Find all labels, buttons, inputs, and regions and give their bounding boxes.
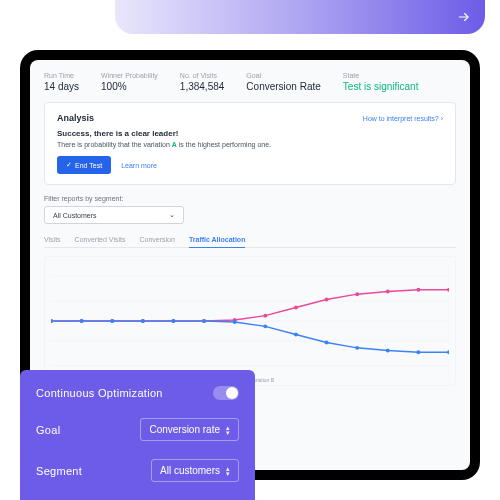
segment-value: All customers xyxy=(160,465,220,476)
svg-point-22 xyxy=(110,319,114,323)
svg-point-28 xyxy=(294,332,298,336)
optimization-toggle[interactable] xyxy=(213,386,239,400)
segment-select[interactable]: All Customers ⌄ xyxy=(44,206,184,224)
metric-goal: Goal Conversion Rate xyxy=(246,72,320,92)
goal-value: Conversion rate xyxy=(149,424,220,435)
svg-point-14 xyxy=(294,306,298,310)
segment-label: Segment xyxy=(36,465,82,477)
tab-converted[interactable]: Converted Visits xyxy=(75,236,126,243)
svg-point-25 xyxy=(202,319,206,323)
tab-traffic-allocation[interactable]: Traffic Allocation xyxy=(189,236,246,243)
svg-point-27 xyxy=(263,324,267,328)
analysis-card: Analysis How to interpret results? › Suc… xyxy=(44,102,456,185)
end-test-label: End Test xyxy=(75,162,102,169)
svg-point-15 xyxy=(325,298,329,302)
optimization-overlay: Continuous Optimization Goal Conversion … xyxy=(20,370,255,500)
tab-visits[interactable]: Visits xyxy=(44,236,61,243)
interpret-text: How to interpret results? xyxy=(363,115,439,122)
svg-point-16 xyxy=(355,292,359,296)
end-test-button[interactable]: ✓ End Test xyxy=(57,156,111,174)
svg-point-26 xyxy=(233,320,237,324)
svg-point-21 xyxy=(80,319,84,323)
desc-text: is the highest performing one. xyxy=(179,141,271,148)
svg-point-31 xyxy=(386,349,390,353)
metric-label: Winner Probability xyxy=(101,72,158,79)
chart-svg xyxy=(51,263,449,379)
svg-point-19 xyxy=(447,288,449,292)
metric-label: No. of Visits xyxy=(180,72,225,79)
metrics-row: Run Time 14 days Winner Probability 100%… xyxy=(44,72,456,92)
desc-text: There is probability that the variation xyxy=(57,141,172,148)
svg-point-29 xyxy=(325,341,329,345)
filter-label: Filter reports by segment: xyxy=(44,195,456,202)
metric-winner: Winner Probability 100% xyxy=(101,72,158,92)
variation-badge: A xyxy=(172,141,177,148)
metric-label: Run Time xyxy=(44,72,79,79)
top-banner xyxy=(115,0,485,34)
check-icon: ✓ xyxy=(66,161,72,169)
svg-point-18 xyxy=(416,288,420,292)
metric-runtime: Run Time 14 days xyxy=(44,72,79,92)
svg-point-32 xyxy=(416,350,420,354)
chevron-right-icon: › xyxy=(441,115,443,122)
goal-label: Goal xyxy=(36,424,60,436)
metric-label: Goal xyxy=(246,72,320,79)
overlay-title: Continuous Optimization xyxy=(36,387,163,399)
stepper-icon: ▴▾ xyxy=(226,425,230,435)
svg-point-20 xyxy=(51,319,53,323)
metric-value: 14 days xyxy=(44,81,79,92)
analysis-title: Analysis xyxy=(57,113,94,123)
metric-value: 100% xyxy=(101,81,158,92)
svg-point-24 xyxy=(171,319,175,323)
goal-stepper[interactable]: Conversion rate ▴▾ xyxy=(140,418,239,441)
svg-point-17 xyxy=(386,289,390,293)
segment-stepper[interactable]: All customers ▴▾ xyxy=(151,459,239,482)
success-heading: Success, there is a clear leader! xyxy=(57,129,443,138)
metric-visits: No. of Visits 1,384,584 xyxy=(180,72,225,92)
interpret-link[interactable]: How to interpret results? › xyxy=(363,115,443,122)
metric-value: 1,384,584 xyxy=(180,81,225,92)
analysis-description: There is probability that the variation … xyxy=(57,141,443,148)
svg-point-33 xyxy=(447,350,449,354)
tab-conversion[interactable]: Conversion xyxy=(139,236,174,243)
metric-label: State xyxy=(343,72,419,79)
learn-more-link[interactable]: Learn more xyxy=(121,162,157,169)
toggle-knob xyxy=(226,387,238,399)
metric-state: State Test is significant xyxy=(343,72,419,92)
svg-point-23 xyxy=(141,319,145,323)
metric-value: Conversion Rate xyxy=(246,81,320,92)
chart-tabs: Visits Converted Visits Conversion Traff… xyxy=(44,236,456,248)
segment-value: All Customers xyxy=(53,212,97,219)
svg-point-30 xyxy=(355,346,359,350)
metric-value: Test is significant xyxy=(343,81,419,92)
arrow-right-icon[interactable] xyxy=(455,8,473,26)
chevron-down-icon: ⌄ xyxy=(169,211,175,219)
stepper-icon: ▴▾ xyxy=(226,466,230,476)
svg-point-13 xyxy=(263,314,267,318)
traffic-allocation-chart: Variation B xyxy=(44,256,456,386)
